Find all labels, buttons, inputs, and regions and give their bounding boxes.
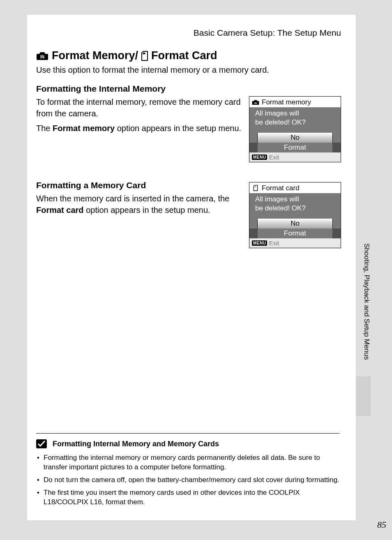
page-number: 85: [377, 519, 386, 530]
check-icon: [36, 439, 47, 448]
intro-text: Use this option to format the internal m…: [36, 65, 341, 75]
side-tab-block: [356, 376, 371, 416]
section-memory-card: Formatting a Memory Card When the memory…: [36, 180, 341, 248]
menu-button-icon[interactable]: MENU: [252, 240, 267, 246]
side-tab: Shooting, Playback and Setup Menus: [356, 241, 371, 418]
dialog-body: All images will be deleted! OK?: [249, 193, 341, 219]
note-list: Formatting the internal memory or memory…: [36, 453, 339, 507]
page-content: Basic Camera Setup: The Setup Menu IN Fo…: [27, 15, 356, 520]
note-item: The first time you insert the memory car…: [36, 488, 339, 507]
note-heading: Formatting Internal Memory and Memory Ca…: [53, 440, 219, 448]
note-item: Formatting the internal memory or memory…: [36, 453, 339, 472]
exit-label: Exit: [269, 154, 279, 161]
camera-in-icon: IN: [36, 51, 48, 61]
side-tab-label: Shooting, Playback and Setup Menus: [356, 241, 371, 376]
dialog-header: IN Format memory: [249, 97, 341, 107]
section1-heading: Formatting the Internal Memory: [36, 84, 242, 94]
option-format[interactable]: Format: [249, 228, 341, 238]
note-box: Formatting Internal Memory and Memory Ca…: [36, 433, 339, 510]
section-text: Formatting the Internal Memory To format…: [36, 84, 242, 137]
exit-label: Exit: [269, 240, 279, 247]
option-format[interactable]: Format: [249, 143, 341, 152]
dialog-header: Format card: [249, 182, 341, 193]
dialog-title: Format memory: [262, 98, 311, 106]
format-memory-dialog: IN Format memory All images will be dele…: [249, 96, 341, 162]
format-card-dialog: Format card All images will be deleted! …: [249, 182, 341, 248]
note-item: Do not turn the camera off, open the bat…: [36, 475, 339, 485]
svg-text:IN: IN: [40, 55, 44, 59]
dialog-title: Format card: [262, 184, 300, 192]
warning-line1: All images will: [255, 109, 341, 118]
text: option appears in the setup menu.: [115, 124, 241, 133]
text: option appears in the setup menu.: [84, 205, 210, 215]
note-title: Formatting Internal Memory and Memory Ca…: [36, 439, 339, 448]
page-title: IN Format Memory/ Format Card: [36, 49, 341, 62]
format-memory-label: Format memory: [53, 124, 115, 133]
title-part-2: Format Card: [151, 49, 217, 62]
page: Basic Camera Setup: The Setup Menu IN Fo…: [0, 0, 392, 540]
warning-line2: be deleted! OK?: [255, 204, 341, 213]
dialog-body: All images will be deleted! OK?: [249, 107, 341, 133]
section-text: Formatting a Memory Card When the memory…: [36, 180, 242, 219]
svg-text:IN: IN: [254, 102, 257, 104]
camera-in-icon: IN: [252, 99, 259, 106]
card-icon: [140, 51, 150, 61]
dialog-options: No Format: [249, 219, 341, 238]
card-icon: [252, 185, 259, 192]
dialog-footer: MENU Exit: [249, 238, 341, 248]
section-internal-memory: Formatting the Internal Memory To format…: [36, 84, 341, 162]
menu-button-icon[interactable]: MENU: [252, 155, 267, 160]
dialog-options: No Format: [249, 133, 341, 152]
dialog-footer: MENU Exit: [249, 152, 341, 162]
warning-line2: be deleted! OK?: [255, 118, 341, 127]
warning-line1: All images will: [255, 195, 341, 204]
text: When the memory card is inserted in the …: [36, 194, 229, 203]
section1-p2: The Format memory option appears in the …: [36, 122, 242, 134]
title-part-1: Format Memory/: [52, 49, 138, 62]
option-no[interactable]: No: [249, 133, 341, 143]
section2-heading: Formatting a Memory Card: [36, 180, 242, 190]
format-card-label: Format card: [36, 205, 84, 215]
section2-p1: When the memory card is inserted in the …: [36, 193, 242, 216]
section1-p1: To format the internal memory, remove th…: [36, 96, 242, 119]
breadcrumb: Basic Camera Setup: The Setup Menu: [36, 28, 341, 38]
text: The: [36, 124, 53, 133]
option-no[interactable]: No: [249, 219, 341, 228]
